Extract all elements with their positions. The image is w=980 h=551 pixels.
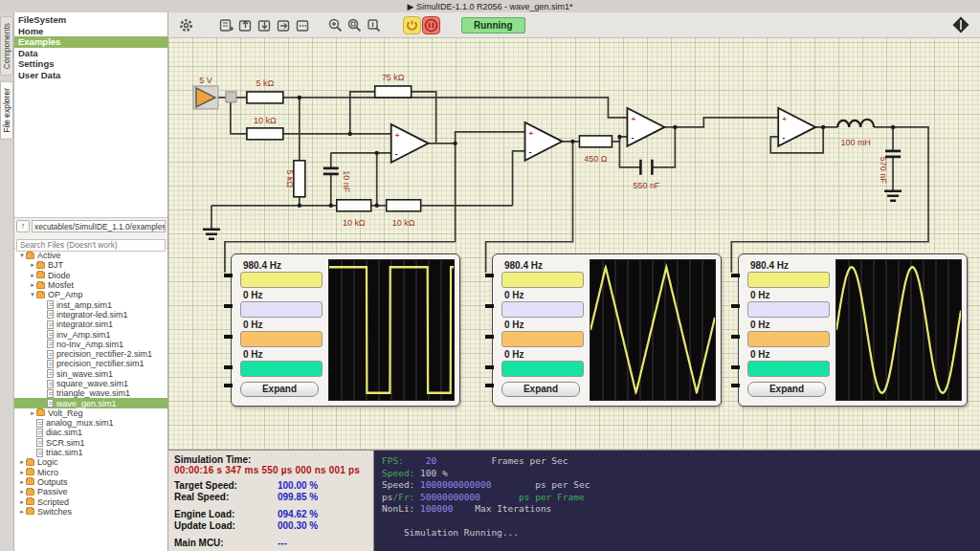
tree-item[interactable]: ▾ Active <box>14 251 167 260</box>
scope-pin[interactable] <box>731 384 740 387</box>
load-last-icon[interactable] <box>274 15 293 34</box>
tree-item[interactable]: ▸ Passive <box>14 487 167 496</box>
expand-button[interactable]: Expand <box>240 382 319 397</box>
tree-caret-icon[interactable]: ▾ <box>18 252 26 259</box>
filesystem-item[interactable]: Data <box>14 48 167 59</box>
tree-item[interactable]: inv_Amp.sim1 <box>14 329 167 339</box>
tree-item[interactable]: integrator-led.sim1 <box>14 310 167 320</box>
tree-caret-icon[interactable]: ▸ <box>18 498 26 506</box>
net-pad[interactable] <box>226 92 236 102</box>
tree-item[interactable]: ▸ Micro <box>14 468 167 477</box>
zoom-in-icon[interactable] <box>325 15 345 34</box>
resistor-r2[interactable] <box>247 128 283 140</box>
save-circuit-icon[interactable] <box>255 15 274 34</box>
tree-item[interactable]: ▾ OP_Amp <box>14 290 167 299</box>
filesystem-item[interactable]: Examples <box>14 36 167 48</box>
tree-caret-icon[interactable]: ▸ <box>18 508 26 516</box>
filesystem-item[interactable]: FileSystem <box>14 14 167 26</box>
channel-color-bar[interactable] <box>501 301 584 318</box>
zoom-one-icon[interactable] <box>364 15 383 34</box>
tree-item[interactable]: ▸ Outputs <box>14 477 167 487</box>
channel-color-bar[interactable] <box>240 301 323 318</box>
tree-item[interactable]: sin_wave.sim1 <box>14 369 167 379</box>
resistor-r7[interactable] <box>579 136 612 147</box>
tree-item[interactable]: wave_gen.sim1 <box>14 398 167 408</box>
circuit-canvas[interactable]: 5 V 5 kΩ 10 kΩ 5 kΩ 75 kΩ <box>168 38 980 450</box>
new-circuit-icon[interactable] <box>216 15 235 34</box>
tree-item[interactable]: precision_rectifier.sim1 <box>14 359 167 368</box>
scope-pin[interactable] <box>224 304 233 308</box>
tree-item[interactable]: triangle_wave.sim1 <box>14 388 167 398</box>
scope-pin[interactable] <box>731 365 740 369</box>
resistor-r5[interactable] <box>337 200 371 211</box>
tree-item[interactable]: integrator.sim1 <box>14 320 167 329</box>
tree-item[interactable]: ▸ Volt_Reg <box>14 408 167 418</box>
scope-pin[interactable] <box>224 365 233 369</box>
tree-item[interactable]: ▸ Logic <box>14 457 167 467</box>
scope-pin[interactable] <box>731 304 740 308</box>
channel-color-bar[interactable] <box>501 272 584 288</box>
scope-pin[interactable] <box>731 274 740 277</box>
resistor-r4[interactable] <box>375 86 412 98</box>
tree-caret-icon[interactable]: ▸ <box>18 488 26 496</box>
channel-color-bar[interactable] <box>240 272 323 288</box>
tree-item[interactable]: diac.sim1 <box>14 428 167 437</box>
filesystem-item[interactable]: Settings <box>14 58 167 70</box>
tree-caret-icon[interactable]: ▸ <box>18 469 26 476</box>
scope-pin[interactable] <box>485 274 494 277</box>
resistor-r6[interactable] <box>387 200 421 211</box>
scope-panel-square[interactable]: 980.4 Hz 0 Hz 0 Hz 0 Hz Expand <box>231 253 460 407</box>
channel-color-bar[interactable] <box>747 331 830 347</box>
channel-color-bar[interactable] <box>240 361 323 377</box>
resistor-r1[interactable] <box>247 92 283 103</box>
filesystem-item[interactable]: User Data <box>14 70 167 81</box>
tree-caret-icon[interactable]: ▾ <box>29 291 36 298</box>
tree-item[interactable]: ▸ Switches <box>14 507 167 517</box>
up-directory-button[interactable]: ↑ <box>16 220 30 232</box>
scope-pin[interactable] <box>731 335 740 339</box>
inductor-l1[interactable] <box>837 120 874 127</box>
tree-item[interactable]: no-Inv_Amp.sim1 <box>14 340 167 349</box>
tree-caret-icon[interactable]: ▸ <box>29 409 36 417</box>
channel-color-bar[interactable] <box>240 331 323 347</box>
tree-caret-icon[interactable]: ▸ <box>29 261 36 269</box>
scope-pin[interactable] <box>485 335 494 339</box>
channel-color-bar[interactable] <box>747 301 830 318</box>
export-circuit-icon[interactable] <box>293 15 312 34</box>
debug-console[interactable]: FPS: 20 Frames per SecSpeed: 100 %Speed:… <box>374 451 980 551</box>
tree-caret-icon[interactable]: ▸ <box>29 272 36 279</box>
tree-item[interactable]: SCR.sim1 <box>14 438 167 448</box>
scope-pin[interactable] <box>224 335 233 339</box>
zoom-fit-icon[interactable] <box>345 15 364 34</box>
filesystem-item[interactable]: Home <box>14 26 167 37</box>
info-diamond-icon[interactable] <box>951 15 970 34</box>
open-circuit-icon[interactable] <box>235 15 255 34</box>
channel-color-bar[interactable] <box>747 361 830 377</box>
tree-item[interactable]: square_wave.sim1 <box>14 379 167 388</box>
tree-caret-icon[interactable]: ▸ <box>18 478 26 486</box>
path-field[interactable]: xecutables/SimulIDE_1.1.0/examples <box>32 220 166 232</box>
tree-item[interactable]: precision_rectifier-2.sim1 <box>14 349 167 359</box>
tree-item[interactable]: inst_amp.sim1 <box>14 299 167 309</box>
scope-pin[interactable] <box>224 274 233 277</box>
tab-file-explorer[interactable]: File explorer <box>0 81 13 140</box>
channel-color-bar[interactable] <box>501 331 584 347</box>
scope-pin[interactable] <box>485 365 494 369</box>
scope-pin[interactable] <box>485 384 494 387</box>
tree-caret-icon[interactable]: ▸ <box>18 458 26 466</box>
scope-panel-sine[interactable]: 980.4 Hz 0 Hz 0 Hz 0 Hz Expand <box>738 253 968 407</box>
tree-item[interactable]: triac.sim1 <box>14 448 167 457</box>
settings-icon[interactable] <box>176 15 195 34</box>
scope-pin[interactable] <box>485 304 494 308</box>
tree-item[interactable]: ▸ Mosfet <box>14 280 167 290</box>
tree-caret-icon[interactable]: ▸ <box>29 281 36 289</box>
tree-item[interactable]: analog_mux.sim1 <box>14 418 167 428</box>
pause-icon[interactable] <box>421 15 440 34</box>
expand-button[interactable]: Expand <box>501 382 580 397</box>
tree-item[interactable]: ▸ BJT <box>14 260 167 270</box>
channel-color-bar[interactable] <box>501 361 584 377</box>
expand-button[interactable]: Expand <box>747 382 826 397</box>
scope-panel-triangle[interactable]: 980.4 Hz 0 Hz 0 Hz 0 Hz Expand <box>492 253 722 407</box>
tree-item[interactable]: ▸ Diode <box>14 271 167 280</box>
tree-item[interactable]: ▸ Scripted <box>14 496 167 506</box>
